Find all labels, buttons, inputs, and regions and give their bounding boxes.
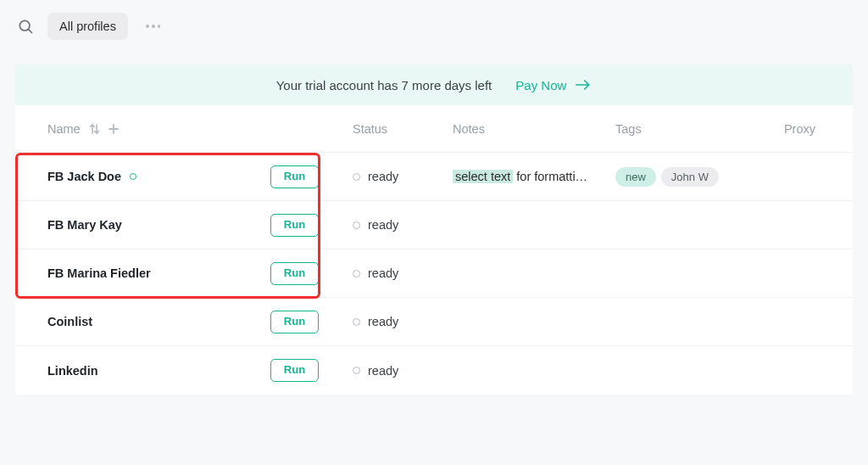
status-ring-icon [353, 367, 360, 374]
column-header-name[interactable]: Name [47, 122, 353, 136]
cell-name: LinkedinRun [47, 359, 353, 382]
status-ring-icon [353, 221, 360, 229]
cell-status: ready [353, 266, 453, 280]
status-text: ready [368, 364, 398, 378]
cell-status: ready [353, 170, 453, 183]
cell-status: ready [353, 364, 453, 378]
status-ring-icon [353, 173, 360, 181]
column-header-status[interactable]: Status [353, 122, 453, 136]
status-ring-icon [353, 318, 360, 326]
run-button[interactable]: Run [270, 311, 319, 333]
tag[interactable]: new [615, 167, 656, 187]
svg-line-1 [29, 30, 32, 33]
notes-rest: for formatti… [513, 170, 587, 183]
cell-tags: newJohn W [615, 167, 776, 187]
trial-banner: Your trial account has 7 more days left … [15, 64, 853, 105]
profile-name: Linkedin [47, 364, 98, 378]
status-text: ready [368, 170, 398, 183]
table-row[interactable]: FB Marina FiedlerRunready [15, 249, 853, 298]
table-row[interactable]: CoinlistRunready [15, 298, 853, 346]
pay-now-label: Pay Now [515, 78, 566, 92]
more-icon[interactable] [145, 18, 162, 35]
sort-icon[interactable] [89, 123, 99, 135]
table-row[interactable]: FB Mary KayRunready [15, 201, 853, 249]
search-icon[interactable] [17, 18, 34, 35]
profile-name: FB Marina Fiedler [47, 266, 151, 280]
profile-name: FB Mary Kay [47, 218, 122, 232]
topbar: All profiles [0, 0, 868, 49]
column-header-proxy[interactable]: Proxy [776, 122, 821, 136]
run-button[interactable]: Run [270, 165, 319, 188]
status-text: ready [368, 218, 398, 232]
arrow-right-icon [575, 79, 592, 91]
column-header-name-label: Name [47, 122, 81, 136]
run-button[interactable]: Run [270, 214, 319, 237]
cell-name: FB Mary KayRun [47, 214, 353, 237]
pay-now-link[interactable]: Pay Now [515, 78, 592, 92]
status-dot-icon [130, 173, 136, 180]
cell-status: ready [353, 218, 453, 232]
table-row[interactable]: FB Jack DoeRunreadyselect text for forma… [15, 153, 853, 201]
status-text: ready [368, 315, 398, 328]
add-column-icon[interactable] [108, 123, 120, 135]
cell-status: ready [353, 315, 453, 328]
run-button[interactable]: Run [270, 359, 319, 382]
cell-name: FB Marina FiedlerRun [47, 262, 353, 285]
status-ring-icon [353, 270, 360, 277]
status-text: ready [368, 266, 398, 280]
cell-name: CoinlistRun [47, 311, 353, 333]
table-row[interactable]: LinkedinRunready [15, 346, 853, 395]
run-button[interactable]: Run [270, 262, 319, 285]
cell-name: FB Jack DoeRun [47, 165, 353, 188]
notes-highlight: select text [453, 170, 513, 183]
table-header: Name Status Notes Tags Proxy [15, 105, 853, 153]
tag[interactable]: John W [661, 167, 719, 187]
filter-chip-all-profiles[interactable]: All profiles [47, 13, 128, 40]
table-body: FB Jack DoeRunreadyselect text for forma… [15, 153, 853, 395]
profile-name: Coinlist [47, 315, 92, 328]
column-header-tags[interactable]: Tags [615, 122, 776, 136]
profile-name: FB Jack Doe [47, 170, 121, 183]
trial-banner-message: Your trial account has 7 more days left [276, 78, 492, 92]
profiles-table: Name Status Notes Tags Proxy FB Jack Doe… [15, 105, 853, 395]
cell-notes[interactable]: select text for formatti… [453, 170, 615, 183]
column-header-notes[interactable]: Notes [453, 122, 615, 136]
svg-point-0 [19, 20, 30, 31]
